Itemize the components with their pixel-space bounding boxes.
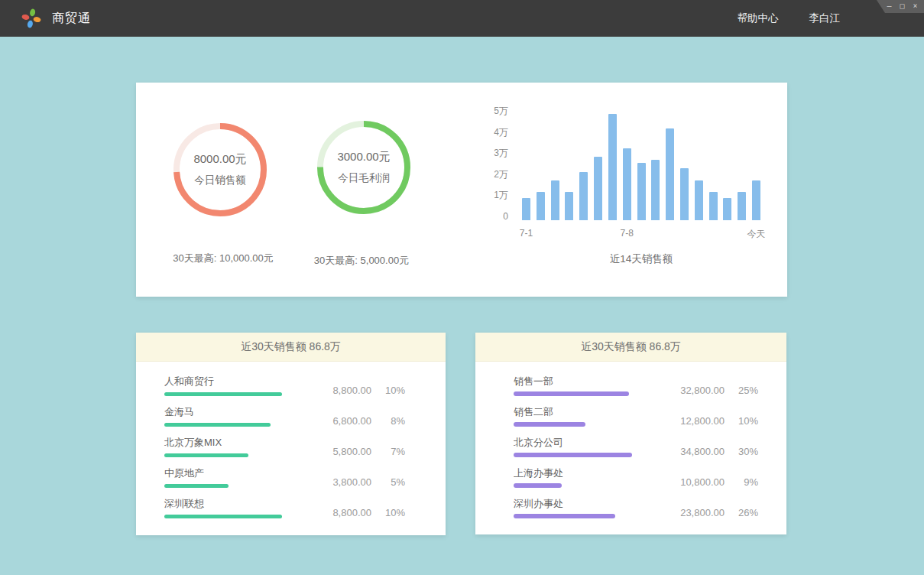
chart-bar[interactable] [594,157,602,220]
today-profit-value: 3000.00元 [337,150,390,164]
today-profit-label: 今日毛利润 [338,171,390,185]
x-axis-tick-label: 7-1 [520,228,533,239]
list-item[interactable]: 北京分公司 34,800.00 30% [514,437,758,457]
list-item-percent: 5% [371,476,405,488]
chart-bar[interactable] [651,160,660,220]
list-item-name: 深圳联想 [164,498,332,509]
maximize-button[interactable]: □ [896,0,909,13]
today-sales-value: 8000.00元 [193,152,246,167]
list-item-name: 销售二部 [514,406,680,417]
list-item-amount: 8,800.00 [332,385,371,396]
y-axis-tick-label: 3万 [468,148,508,158]
list-item[interactable]: 人和商贸行 8,800.00 10% [164,375,405,396]
x-axis-tick-label: 7-8 [621,228,634,239]
today-profit-donut: 3000.00元 今日毛利润 [316,120,411,215]
departments-sales-card: 近30天销售额 86.8万 销售一部 32,800.00 25% 销售二部 12… [475,333,786,534]
chart-bar[interactable] [623,148,631,220]
list-item-amount: 32,800.00 [680,385,725,396]
list-item-percent: 10% [371,507,405,518]
list-item-amount: 6,800.00 [332,415,371,427]
sales-30day-max: 30天最高: 10,000.00元 [173,252,274,265]
list-item-amount: 12,800.00 [680,415,725,427]
chart-bar[interactable] [752,180,760,220]
chart-bar[interactable] [666,128,674,220]
list-item-progress-bar [164,484,229,488]
list-item-amount: 34,800.00 [680,446,725,457]
chart-bar[interactable] [537,192,545,220]
help-center-link[interactable]: 帮助中心 [738,11,779,25]
list-item-amount: 3,800.00 [332,476,371,488]
minimize-button[interactable]: — [883,0,896,13]
username-menu[interactable]: 李白江 [809,11,841,25]
profit-30day-max: 30天最高: 5,000.00元 [314,254,409,268]
chart-bar[interactable] [695,180,703,220]
list-item[interactable]: 深圳办事处 23,800.00 26% [514,498,758,518]
list-item-percent: 8% [371,415,405,427]
chart-bar[interactable] [723,198,731,220]
today-sales-label: 今日销售额 [194,174,246,187]
y-axis-tick-label: 2万 [468,169,508,180]
customers-card-title: 近30天销售额 86.8万 [136,333,446,362]
list-item-name: 中原地产 [164,467,332,479]
chart-bar[interactable] [565,192,573,220]
list-item-percent: 9% [725,476,758,488]
logo-petals [21,8,41,28]
x-axis-tick-label: 今天 [747,228,766,241]
list-item-progress-bar [514,514,615,518]
sales-14day-bar-chart: 5万4万3万2万1万0 7-17-8今天 近14天销售额 [468,83,787,297]
list-item-name: 销售一部 [514,375,680,387]
chart-x-axis: 7-17-8今天 [522,228,760,240]
list-item-name: 北京分公司 [514,437,680,448]
y-axis-tick-label: 4万 [468,127,508,138]
list-item-amount: 5,800.00 [332,446,371,457]
list-item-progress-bar [514,483,562,488]
list-item-progress-bar [164,515,282,518]
chart-bar[interactable] [579,172,588,220]
y-axis-tick-label: 0 [468,211,508,222]
window-controls: — □ × [877,0,924,13]
list-item-percent: 7% [371,446,405,457]
list-item[interactable]: 深圳联想 8,800.00 10% [164,498,405,518]
chart-bar[interactable] [637,163,646,220]
customers-list: 人和商贸行 8,800.00 10% 金海马 6,800.00 8% 北京万象M… [136,362,446,518]
customers-sales-card: 近30天销售额 86.8万 人和商贸行 8,800.00 10% 金海马 6,8… [136,333,446,535]
list-item-progress-bar [164,392,282,396]
today-sales-donut: 8000.00元 今日销售额 [173,122,267,217]
list-item-progress-bar [164,453,248,457]
chart-title: 近14天销售额 [610,252,673,266]
list-item-name: 北京万象MIX [164,437,332,448]
chart-bar[interactable] [680,168,689,220]
list-item-percent: 10% [725,415,758,427]
chart-bar[interactable] [551,180,559,220]
chart-bar[interactable] [709,192,718,220]
app-title: 商贸通 [52,11,91,27]
list-item[interactable]: 北京万象MIX 5,800.00 7% [164,437,405,457]
list-item-percent: 26% [725,507,758,518]
list-item-progress-bar [514,422,585,427]
departments-card-title: 近30天销售额 86.8万 [475,333,786,362]
list-item-amount: 8,800.00 [332,507,371,518]
summary-card: 8000.00元 今日销售额 30天最高: 10,000.00元 3000.00… [136,83,787,297]
chart-bar[interactable] [522,198,530,220]
list-item-name: 上海办事处 [514,467,680,479]
list-item-name: 金海马 [164,406,332,417]
close-button[interactable]: × [909,0,922,13]
y-axis-tick-label: 1万 [468,190,508,200]
list-item[interactable]: 销售一部 32,800.00 25% [514,375,758,396]
list-item-percent: 30% [725,446,758,457]
titlebar: 商贸通 帮助中心 李白江 — □ × [0,0,924,37]
list-item[interactable]: 中原地产 3,800.00 5% [164,467,405,488]
list-item[interactable]: 金海马 6,800.00 8% [164,406,405,427]
list-item-percent: 25% [725,385,758,396]
chart-bar[interactable] [738,192,746,220]
list-item-name: 深圳办事处 [514,498,680,509]
list-item-amount: 23,800.00 [680,507,725,518]
list-item-amount: 10,800.00 [680,476,725,488]
list-item[interactable]: 销售二部 12,800.00 10% [514,406,758,427]
list-item-name: 人和商贸行 [164,375,332,387]
list-item-progress-bar [164,423,271,427]
departments-list: 销售一部 32,800.00 25% 销售二部 12,800.00 10% 北京… [475,362,786,518]
list-item-progress-bar [514,391,629,396]
list-item[interactable]: 上海办事处 10,800.00 9% [514,467,758,488]
chart-bar[interactable] [608,114,617,220]
